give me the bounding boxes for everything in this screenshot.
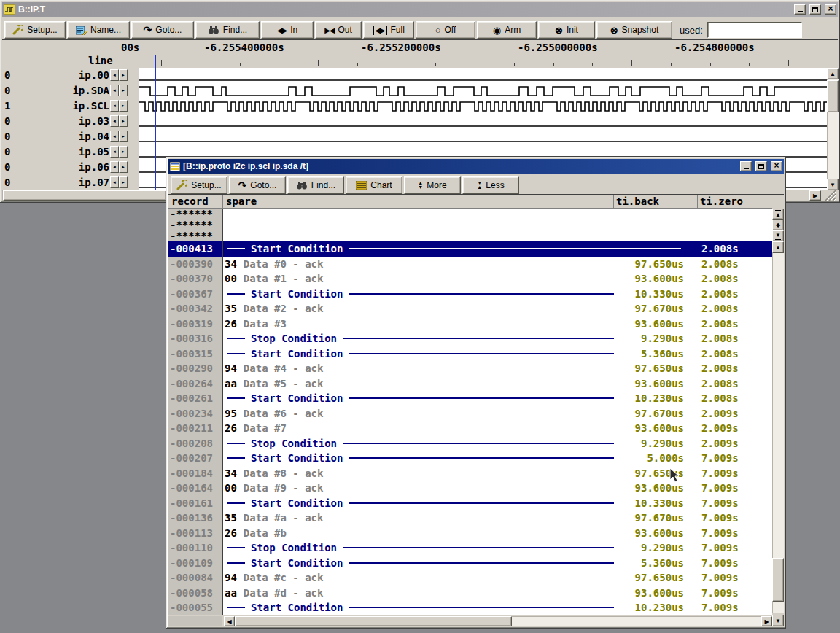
column-header-spare[interactable]: spare bbox=[226, 195, 257, 207]
trace-snapshot-button[interactable]: ⊗Snapshot bbox=[596, 21, 672, 39]
signal-scroll-left-button[interactable]: ◂ bbox=[110, 85, 119, 96]
protocol-row[interactable]: -00034235Data #2 - ack97.670us2.008s bbox=[168, 301, 772, 316]
protocol-table-header[interactable]: recordspareti.backti.zero bbox=[168, 195, 772, 209]
protocol-window-titlebar[interactable]: [B::ip.proto i2c ip.scl ip.sda /t] × bbox=[168, 159, 784, 174]
signal-scroll-left-button[interactable]: ◂ bbox=[110, 176, 119, 188]
protocol-scroll-right-button[interactable]: ▶ bbox=[761, 616, 772, 626]
protocol-row[interactable]: -00016400Data #9 - ack93.600us7.009s bbox=[168, 481, 772, 496]
minimize-button[interactable] bbox=[794, 4, 806, 15]
protocol-chart-button[interactable]: Chart bbox=[346, 176, 402, 194]
trace-scroll-up-button[interactable]: ▲ bbox=[827, 68, 839, 79]
signal-scroll-right-button[interactable]: ▸ bbox=[119, 85, 128, 96]
protocol-vscroll-thumb[interactable] bbox=[772, 558, 784, 602]
scroll-to-top-button[interactable]: ▲ bbox=[772, 209, 784, 220]
protocol-row[interactable]: -000055Start Condition10.230us7.009s bbox=[168, 600, 772, 615]
protocol-row[interactable]: -00021126Data #793.600us2.009s bbox=[168, 421, 772, 436]
protocol-row[interactable]: -00031926Data #393.600us2.008s bbox=[168, 316, 772, 332]
protocol-row[interactable]: -000207Start Condition5.000s7.009s bbox=[168, 451, 772, 466]
trace-name-button[interactable]: Name... bbox=[67, 21, 130, 39]
signal-row-ip.SCL[interactable]: 1ip.SCL◂▸ bbox=[2, 98, 139, 114]
signal-scroll-left-button[interactable]: ◂ bbox=[110, 69, 119, 81]
timeline-header[interactable]: line 00s-6.255400000s-6.255200000s-6.255… bbox=[2, 40, 838, 69]
protocol-find-button[interactable]: Find... bbox=[287, 176, 344, 194]
signal-row-ip.07[interactable]: 0ip.07◂▸ bbox=[2, 175, 139, 190]
signal-row-ip.SDA[interactable]: 0ip.SDA◂▸ bbox=[2, 83, 139, 98]
signal-scroll-left-button[interactable]: ◂ bbox=[110, 115, 119, 127]
protocol-vscrollbar-track[interactable] bbox=[772, 209, 784, 613]
trace-init-button[interactable]: ⊗Init bbox=[538, 21, 595, 39]
maximize-button[interactable] bbox=[809, 4, 821, 15]
protocol-row[interactable]: -00039034Data #0 - ack97.650us2.008s bbox=[168, 257, 772, 272]
protocol-row[interactable]: -00008494Data #c - ack97.650us7.009s bbox=[168, 570, 772, 586]
signal-scroll-right-button[interactable]: ▸ bbox=[119, 69, 128, 81]
maximize-button[interactable] bbox=[755, 161, 767, 171]
protocol-row[interactable]: -000413Start Condition2.008s bbox=[168, 241, 772, 257]
protocol-row[interactable]: -000316Stop Condition9.290us2.008s bbox=[168, 331, 772, 346]
protocol-row[interactable]: -000161Start Condition10.330us7.009s bbox=[168, 496, 772, 511]
signal-scroll-right-button[interactable]: ▸ bbox=[119, 176, 128, 188]
signal-scroll-right-button[interactable]: ▸ bbox=[119, 100, 128, 112]
trace-off-button[interactable]: ○Off bbox=[416, 21, 475, 39]
protocol-row[interactable]: -00013635Data #a - ack97.670us7.009s bbox=[168, 510, 772, 526]
protocol-table[interactable]: -******-******-******-000413Start Condit… bbox=[168, 209, 772, 615]
protocol-row[interactable]: -****** bbox=[168, 220, 772, 230]
name-column-hscroll-thumb[interactable] bbox=[3, 190, 166, 201]
resize-grip[interactable] bbox=[824, 189, 837, 201]
trace-out-button[interactable]: ▶◀Out bbox=[315, 21, 362, 39]
used-field[interactable] bbox=[707, 22, 802, 38]
trace-scroll-right-button[interactable]: ▶ bbox=[809, 190, 821, 201]
signal-scroll-right-button[interactable]: ▸ bbox=[119, 115, 128, 127]
signal-row-ip.05[interactable]: 0ip.05◂▸ bbox=[2, 144, 139, 160]
protocol-scroll-down-button[interactable]: ▼ bbox=[772, 615, 784, 626]
trace-setup-button[interactable]: Setup... bbox=[4, 21, 66, 39]
column-header-ti-back[interactable]: ti.back bbox=[616, 195, 659, 207]
protocol-goto-button[interactable]: ↷Goto... bbox=[229, 176, 286, 194]
protocol-row[interactable]: -00037000Data #1 - ack93.600us2.008s bbox=[168, 271, 772, 287]
scroll-to-bottom-button[interactable]: ▼ bbox=[772, 230, 784, 241]
close-button[interactable]: × bbox=[771, 161, 782, 171]
protocol-row[interactable]: -000109Start Condition5.360us7.009s bbox=[168, 556, 772, 571]
signal-scroll-left-button[interactable]: ◂ bbox=[110, 161, 119, 173]
signal-row-ip.03[interactable]: 0ip.03◂▸ bbox=[2, 114, 139, 129]
protocol-row[interactable]: -****** bbox=[168, 230, 772, 241]
trace-in-button[interactable]: ◀▶In bbox=[261, 21, 314, 39]
trace-window-titlebar[interactable]: B::IP.T × bbox=[2, 2, 838, 17]
protocol-row[interactable]: -00011326Data #b93.600us7.009s bbox=[168, 526, 772, 541]
protocol-row[interactable]: -000058aaData #d - ack93.600us7.009s bbox=[168, 586, 772, 601]
protocol-row[interactable]: -000110Stop Condition9.290us7.009s bbox=[168, 540, 772, 556]
protocol-row[interactable]: -000208Stop Condition9.290us2.009s bbox=[168, 436, 772, 451]
column-header-record[interactable]: record bbox=[171, 195, 209, 207]
signal-scroll-left-button[interactable]: ◂ bbox=[110, 131, 119, 142]
signal-row-ip.06[interactable]: 0ip.06◂▸ bbox=[2, 160, 139, 175]
protocol-hscroll-thumb[interactable] bbox=[235, 616, 512, 626]
trace-vscroll-thumb[interactable] bbox=[827, 80, 839, 112]
protocol-row[interactable]: -000261Start Condition10.230us2.008s bbox=[168, 391, 772, 406]
protocol-row[interactable]: -****** bbox=[168, 209, 772, 220]
signal-row-ip.00[interactable]: 0ip.00◂▸ bbox=[2, 68, 139, 83]
signal-scroll-right-button[interactable]: ▸ bbox=[119, 146, 128, 158]
signal-scroll-left-button[interactable]: ◂ bbox=[110, 146, 119, 158]
scroll-center-button[interactable]: ◆ bbox=[772, 220, 784, 230]
protocol-setup-button[interactable]: Setup... bbox=[171, 176, 228, 194]
protocol-row[interactable]: -00023495Data #6 - ack97.670us2.009s bbox=[168, 406, 772, 422]
trace-find-button[interactable]: Find... bbox=[195, 21, 260, 39]
protocol-row[interactable]: -000367Start Condition10.330us2.008s bbox=[168, 287, 772, 302]
protocol-row[interactable]: -00018434Data #8 - ack97.650us7.009s bbox=[168, 466, 772, 481]
column-header-ti-zero[interactable]: ti.zero bbox=[700, 195, 743, 207]
protocol-row[interactable]: -000315Start Condition5.360us2.008s bbox=[168, 346, 772, 362]
signal-scroll-right-button[interactable]: ▸ bbox=[119, 161, 128, 173]
trace-arm-button[interactable]: ◉Arm bbox=[477, 21, 537, 39]
protocol-less-button[interactable]: ▼▲Less bbox=[462, 176, 519, 194]
signal-row-ip.04[interactable]: 0ip.04◂▸ bbox=[2, 129, 139, 144]
close-button[interactable]: × bbox=[825, 4, 836, 15]
signal-scroll-right-button[interactable]: ▸ bbox=[119, 131, 128, 142]
protocol-more-button[interactable]: ▲▼More bbox=[404, 176, 461, 194]
trace-goto-button[interactable]: ↷Goto... bbox=[131, 21, 194, 39]
protocol-row[interactable]: -000264aaData #5 - ack93.600us2.008s bbox=[168, 376, 772, 392]
minimize-button[interactable] bbox=[740, 161, 752, 171]
protocol-row[interactable]: -00029094Data #4 - ack97.650us2.008s bbox=[168, 361, 772, 376]
trace-full-button[interactable]: ◀▶Full bbox=[363, 21, 414, 39]
protocol-scroll-up-button[interactable]: ▲ bbox=[772, 241, 784, 253]
signal-scroll-left-button[interactable]: ◂ bbox=[110, 100, 119, 112]
protocol-scroll-left-button[interactable]: ◀ bbox=[224, 616, 235, 626]
